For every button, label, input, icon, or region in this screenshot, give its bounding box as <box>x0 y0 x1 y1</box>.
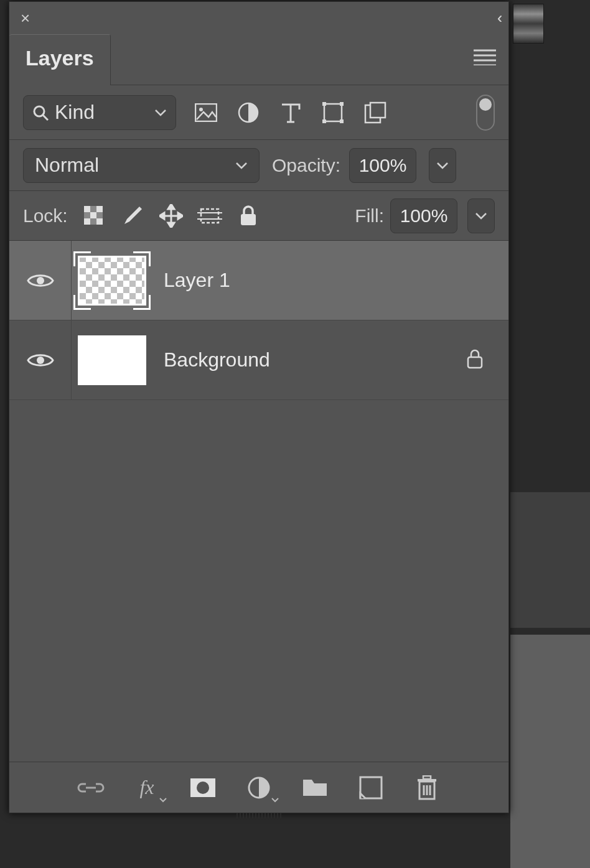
svg-marker-30 <box>178 213 183 219</box>
svg-rect-24 <box>96 218 103 225</box>
search-icon <box>32 105 49 121</box>
layer-row[interactable]: Layer 1 <box>9 241 508 320</box>
background-strip <box>510 492 590 628</box>
fill-dropdown[interactable] <box>467 198 495 233</box>
toolbar-fragment <box>513 4 544 44</box>
opacity-input[interactable]: 100% <box>349 148 416 183</box>
visibility-toggle[interactable] <box>9 241 72 320</box>
filter-type-icon[interactable] <box>278 100 303 125</box>
layer-thumbnail[interactable] <box>72 335 152 385</box>
layer-footer-bar: fx <box>9 762 508 813</box>
layer-name[interactable]: Background <box>164 348 466 371</box>
svg-rect-22 <box>84 218 90 225</box>
svg-marker-29 <box>159 213 164 219</box>
filter-kind-label: Kind <box>55 101 148 124</box>
filter-pixel-icon[interactable] <box>194 100 218 125</box>
filter-toggle[interactable] <box>476 95 495 131</box>
panel-menu-icon[interactable] <box>474 49 496 65</box>
layer-style-icon[interactable]: fx <box>133 774 161 801</box>
eye-icon <box>27 351 54 370</box>
layer-row[interactable]: Background <box>9 320 508 400</box>
opacity-label: Opacity: <box>272 155 340 176</box>
close-icon[interactable]: × <box>21 10 30 26</box>
chevron-down-icon <box>235 162 248 169</box>
layer-thumbnail[interactable] <box>72 256 152 306</box>
lock-row: Lock: Fill: 100% <box>9 191 508 241</box>
svg-rect-34 <box>241 214 256 225</box>
svg-rect-17 <box>90 206 96 212</box>
lock-transparency-icon[interactable] <box>82 203 106 228</box>
tab-layers[interactable]: Layers <box>9 34 111 85</box>
svg-marker-28 <box>168 223 174 228</box>
lock-all-icon[interactable] <box>236 203 261 228</box>
panel-tab-row: Layers <box>9 34 508 85</box>
svg-rect-18 <box>96 206 103 212</box>
svg-line-5 <box>43 115 48 120</box>
svg-rect-37 <box>468 357 482 368</box>
layer-list: Layer 1 Background <box>9 241 508 762</box>
svg-rect-12 <box>322 119 326 123</box>
filter-shape-icon[interactable] <box>321 100 345 125</box>
filter-kind-select[interactable]: Kind <box>23 95 176 130</box>
adjustment-layer-icon[interactable] <box>245 774 273 801</box>
svg-rect-21 <box>96 212 103 218</box>
layer-mask-icon[interactable] <box>189 774 217 801</box>
blend-mode-value: Normal <box>35 154 235 177</box>
svg-point-7 <box>199 108 203 111</box>
visibility-toggle[interactable] <box>9 320 72 399</box>
background-strip <box>510 635 590 868</box>
svg-rect-31 <box>201 209 218 223</box>
svg-marker-27 <box>168 204 174 209</box>
lock-label: Lock: <box>23 205 68 226</box>
link-layers-icon[interactable] <box>77 774 105 801</box>
layers-panel: × ‹‹ Layers Kind <box>9 1 509 813</box>
filter-smartobject-icon[interactable] <box>363 100 388 125</box>
resize-grip[interactable] <box>222 813 296 819</box>
lock-icon <box>466 349 484 371</box>
new-group-icon[interactable] <box>301 774 329 801</box>
eye-icon <box>27 271 54 290</box>
svg-rect-19 <box>84 212 90 218</box>
fill-label: Fill: <box>355 205 384 226</box>
svg-rect-41 <box>360 777 382 798</box>
lock-paint-icon[interactable] <box>120 203 145 228</box>
blend-mode-select[interactable]: Normal <box>23 148 260 183</box>
svg-rect-13 <box>340 119 344 123</box>
svg-rect-10 <box>322 102 326 106</box>
chevron-down-icon <box>154 109 167 116</box>
svg-point-4 <box>34 106 44 116</box>
lock-artboard-icon[interactable] <box>197 203 222 228</box>
svg-point-35 <box>37 277 44 284</box>
new-layer-icon[interactable] <box>357 774 385 801</box>
svg-rect-15 <box>370 103 385 118</box>
svg-rect-20 <box>90 212 96 218</box>
svg-rect-23 <box>90 218 96 225</box>
svg-rect-11 <box>340 102 344 106</box>
svg-rect-16 <box>84 206 90 212</box>
svg-rect-47 <box>423 776 431 779</box>
layer-name[interactable]: Layer 1 <box>164 269 484 292</box>
fill-input[interactable]: 100% <box>390 198 457 233</box>
svg-rect-9 <box>324 104 342 121</box>
svg-point-39 <box>197 782 209 794</box>
opacity-dropdown[interactable] <box>429 148 456 183</box>
lock-position-icon[interactable] <box>159 203 184 228</box>
delete-layer-icon[interactable] <box>413 774 441 801</box>
filter-adjustment-icon[interactable] <box>236 100 261 125</box>
panel-titlebar: × ‹‹ <box>9 2 508 34</box>
layer-filter-bar: Kind <box>9 85 508 140</box>
svg-point-36 <box>37 357 44 364</box>
blend-mode-row: Normal Opacity: 100% <box>9 140 508 191</box>
